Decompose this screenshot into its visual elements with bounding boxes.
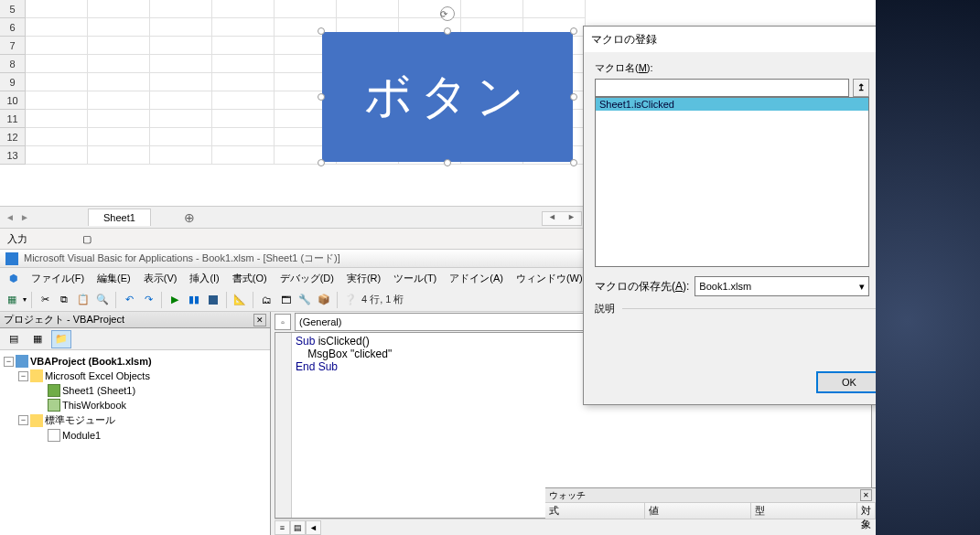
- menu-tools[interactable]: ツール(T): [388, 270, 442, 287]
- project-icon: [16, 355, 28, 368]
- scroll-left-icon[interactable]: ◄: [306, 520, 321, 535]
- sheet-tabs-bar: ◄ ► Sheet1 ⊕ ◄►: [0, 206, 586, 228]
- view-full-module-icon[interactable]: ≡: [275, 520, 290, 535]
- row-header-9[interactable]: 9: [0, 73, 26, 91]
- tree-thisworkbook[interactable]: ThisWorkbook: [62, 400, 126, 411]
- watch-title-text: ウォッチ: [549, 489, 586, 501]
- menu-file[interactable]: ファイル(F): [26, 270, 90, 287]
- tab-nav-next-icon[interactable]: ►: [20, 212, 31, 223]
- menu-insert[interactable]: 挿入(I): [184, 270, 224, 287]
- vba-title-text: Microsoft Visual Basic for Applications …: [24, 251, 340, 265]
- vba-app-icon: [5, 252, 18, 265]
- toolbox-icon[interactable]: 📦: [316, 292, 332, 308]
- resize-handle[interactable]: [444, 159, 451, 166]
- watch-panel: ウォッチ ✕ 式 値 型 対象: [545, 487, 876, 535]
- toggle-folders-icon[interactable]: 📁: [51, 330, 71, 348]
- excel-icon[interactable]: ▦: [4, 292, 20, 308]
- tree-collapse-icon[interactable]: −: [18, 415, 28, 425]
- redo-icon[interactable]: ↷: [140, 292, 156, 308]
- reference-button[interactable]: ↥: [853, 79, 869, 97]
- watch-col-value[interactable]: 値: [645, 503, 751, 519]
- sheet-icon: [48, 384, 60, 397]
- excel-worksheet: 5 6 7 8 9 10 11 12 13 ボタン ⟳: [0, 0, 586, 224]
- paste-icon[interactable]: 📋: [75, 292, 92, 308]
- project-explorer-icon[interactable]: 🗂: [258, 292, 275, 308]
- tree-folder-excel-objects[interactable]: Microsoft Excel Objects: [45, 370, 150, 381]
- hscroll-mini[interactable]: ◄►: [542, 211, 582, 226]
- menu-edit[interactable]: 編集(E): [92, 270, 136, 287]
- resize-handle[interactable]: [570, 27, 577, 35]
- copy-icon[interactable]: ⧉: [56, 292, 72, 308]
- tree-root[interactable]: VBAProject (Book1.xlsm): [30, 356, 152, 367]
- dialog-title-text: マクロの登録: [591, 32, 657, 48]
- row-header-5[interactable]: 5: [0, 0, 26, 18]
- design-mode-icon[interactable]: 📐: [232, 292, 248, 308]
- row-header-6[interactable]: 6: [0, 18, 26, 37]
- macro-name-input[interactable]: [595, 79, 849, 97]
- code-text[interactable]: Sub isClicked() MsgBox "clicked" End Sub: [296, 335, 392, 373]
- break-icon[interactable]: ▮▮: [186, 292, 202, 308]
- cursor-position: 4 行, 1 桁: [361, 293, 404, 306]
- project-tree[interactable]: −VBAProject (Book1.xlsm) −Microsoft Exce…: [0, 350, 270, 535]
- view-object-icon[interactable]: ▦: [27, 330, 48, 348]
- desktop-background: [876, 0, 980, 535]
- menu-debug[interactable]: デバッグ(D): [275, 270, 339, 287]
- tree-collapse-icon[interactable]: −: [18, 371, 28, 381]
- watch-close-button[interactable]: ✕: [860, 489, 872, 501]
- row-header-10[interactable]: 10: [0, 91, 26, 110]
- menu-window[interactable]: ウィンドウ(W): [511, 270, 588, 287]
- button-shape[interactable]: ボタン ⟳: [322, 32, 573, 162]
- row-header-12[interactable]: 12: [0, 128, 26, 146]
- macro-save-combo[interactable]: Book1.xlsm▾: [695, 276, 869, 296]
- resize-handle[interactable]: [444, 27, 451, 35]
- module-icon: [48, 429, 60, 442]
- row-header-7[interactable]: 7: [0, 37, 26, 55]
- menu-file-icon[interactable]: ⬢: [4, 271, 24, 286]
- resize-handle[interactable]: [318, 27, 325, 35]
- row-header-11[interactable]: 11: [0, 110, 26, 128]
- properties-icon[interactable]: 🗔: [277, 292, 294, 308]
- tab-nav-prev-icon[interactable]: ◄: [5, 212, 16, 223]
- resize-handle[interactable]: [570, 93, 577, 101]
- mode-label: 入力: [7, 232, 27, 246]
- button-shape-text: ボタン: [364, 65, 532, 129]
- view-procedure-icon[interactable]: ▤: [290, 520, 306, 535]
- help-icon[interactable]: ❔: [342, 292, 359, 308]
- macro-save-label: マクロの保存先(A):: [595, 279, 689, 294]
- macro-record-icon[interactable]: ▢: [82, 233, 92, 245]
- macro-list-item[interactable]: Sheet1.isClicked: [596, 98, 868, 111]
- rotate-handle-icon[interactable]: ⟳: [440, 6, 455, 21]
- menu-view[interactable]: 表示(V): [138, 270, 183, 287]
- resize-handle[interactable]: [570, 159, 577, 166]
- project-close-button[interactable]: ✕: [253, 314, 266, 326]
- resize-handle[interactable]: [318, 159, 325, 166]
- project-toolbar: ▤ ▦ 📁: [0, 328, 270, 350]
- watch-col-expr[interactable]: 式: [545, 503, 645, 519]
- object-browser-icon[interactable]: 🔧: [296, 292, 313, 308]
- sheet-tab-sheet1[interactable]: Sheet1: [88, 209, 151, 226]
- watch-col-type[interactable]: 型: [751, 503, 857, 519]
- row-header-8[interactable]: 8: [0, 55, 26, 73]
- macro-list[interactable]: Sheet1.isClicked: [595, 97, 869, 267]
- watch-col-context[interactable]: 対象: [857, 503, 876, 519]
- restore-window-icon[interactable]: ▫: [275, 314, 291, 330]
- ok-button[interactable]: OK: [816, 371, 882, 393]
- tree-collapse-icon[interactable]: −: [4, 357, 14, 367]
- resize-handle[interactable]: [318, 93, 325, 101]
- view-code-icon[interactable]: ▤: [4, 330, 24, 348]
- reset-icon[interactable]: [205, 292, 221, 308]
- menu-run[interactable]: 実行(R): [341, 270, 386, 287]
- add-sheet-button[interactable]: ⊕: [178, 207, 200, 229]
- tree-sheet1[interactable]: Sheet1 (Sheet1): [62, 385, 135, 396]
- run-icon[interactable]: ▶: [167, 292, 183, 308]
- find-icon[interactable]: 🔍: [94, 292, 111, 308]
- row-header-13[interactable]: 13: [0, 146, 26, 165]
- menu-format[interactable]: 書式(O): [227, 270, 273, 287]
- tree-folder-modules[interactable]: 標準モジュール: [45, 413, 115, 427]
- row-headers: 5 6 7 8 9 10 11 12 13: [0, 0, 26, 165]
- tree-module1[interactable]: Module1: [62, 430, 101, 441]
- cut-icon[interactable]: ✂: [37, 292, 53, 308]
- menu-addin[interactable]: アドイン(A): [444, 270, 509, 287]
- code-margin: [275, 333, 292, 518]
- undo-icon[interactable]: ↶: [121, 292, 137, 308]
